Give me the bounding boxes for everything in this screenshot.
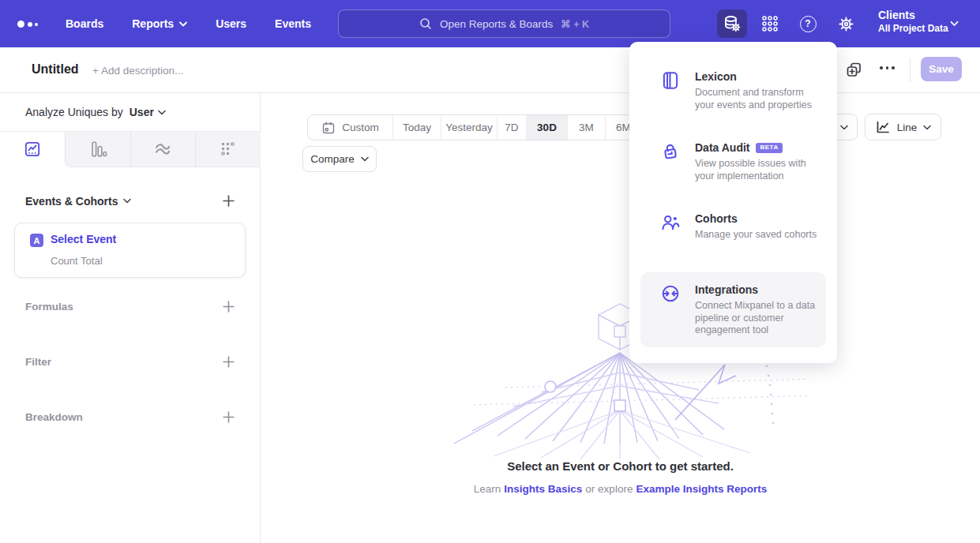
primary-nav: Boards Reports Users Events (66, 0, 311, 47)
add-event-button[interactable] (222, 194, 235, 208)
save-button[interactable]: Save (921, 57, 962, 81)
date-range-7d[interactable]: 7D (497, 115, 526, 140)
settings-button[interactable] (831, 9, 861, 38)
header-divider (910, 58, 911, 82)
project-switcher[interactable]: Clients All Project Data (878, 8, 948, 35)
date-range-3m[interactable]: 3M (567, 115, 605, 140)
chevron-down-icon (361, 156, 369, 162)
menu-item-data-audit[interactable]: Data Audit BETA View possible issues wit… (640, 130, 826, 201)
bar-chart-tab-icon (88, 140, 107, 159)
flows-tab-icon (153, 140, 172, 159)
org-name: Clients (878, 8, 948, 22)
mixpanel-insights-app: Boards Reports Users Events Open Reports… (0, 0, 980, 543)
add-filter-button[interactable] (222, 355, 235, 369)
subtitle-prefix: Learn (474, 483, 501, 495)
help-button[interactable]: ? (793, 9, 823, 38)
menu-item-lexicon[interactable]: Lexicon Document and transform your even… (640, 59, 826, 130)
add-description-field[interactable]: + Add description... (92, 65, 183, 77)
empty-state-title: Select an Event or Cohort to get started… (261, 459, 980, 473)
search-icon (419, 17, 432, 30)
query-builder-sidebar: Analyze Uniques by User (0, 93, 261, 543)
duplicate-button[interactable] (845, 61, 863, 79)
cohorts-people-icon (660, 212, 681, 262)
add-breakdown-button[interactable] (222, 410, 235, 424)
analyze-value-dropdown[interactable]: User (130, 106, 154, 118)
nav-boards[interactable]: Boards (66, 17, 103, 30)
mixpanel-logo-icon[interactable] (17, 17, 41, 31)
subtitle-middle: or explore (585, 483, 633, 495)
lexicon-icon (660, 69, 681, 120)
retention-tab-icon (219, 140, 238, 159)
select-event-label: Select Event (51, 233, 116, 245)
top-navigation-bar: Boards Reports Users Events Open Reports… (0, 0, 980, 47)
nav-events[interactable]: Events (275, 17, 311, 30)
insights-basics-link[interactable]: Insights Basics (504, 483, 582, 495)
calendar-icon (321, 121, 336, 135)
global-search-input[interactable]: Open Reports & Boards ⌘ + K (338, 9, 670, 38)
date-range-yesterday[interactable]: Yesterday (441, 115, 497, 140)
date-range-today[interactable]: Today (392, 115, 441, 140)
date-range-30d[interactable]: 30D (526, 115, 567, 140)
data-audit-lock-icon (660, 140, 681, 191)
filter-label: Filter (25, 356, 51, 368)
tab-flows[interactable] (130, 132, 196, 167)
data-management-button[interactable] (717, 9, 747, 38)
select-event-card[interactable]: A Select Event Count Total (14, 223, 246, 278)
chevron-down-icon (158, 110, 166, 115)
report-title[interactable]: Untitled (32, 62, 79, 77)
visualization-tabs (0, 132, 261, 167)
filter-section: Filter (25, 355, 235, 369)
more-options-button[interactable] (880, 66, 895, 69)
events-cohorts-header: Events & Cohorts (25, 194, 235, 208)
menu-item-integrations[interactable]: Integrations Connect Mixpanel to a data … (640, 272, 826, 347)
help-icon: ? (800, 16, 817, 32)
chevron-down-icon (179, 21, 187, 27)
tab-retention[interactable] (195, 132, 261, 167)
nav-reports[interactable]: Reports (132, 17, 187, 30)
nav-users[interactable]: Users (216, 17, 246, 30)
beta-badge: BETA (756, 143, 782, 153)
project-name: All Project Data (878, 22, 948, 35)
tab-bar-chart[interactable] (65, 132, 130, 167)
copy-icon (845, 61, 863, 79)
events-cohorts-label[interactable]: Events & Cohorts (25, 195, 118, 208)
data-management-menu: Lexicon Document and transform your even… (629, 42, 837, 363)
apps-grid-button[interactable] (755, 9, 785, 38)
event-series-badge: A (30, 234, 43, 247)
formulas-label: Formulas (25, 301, 73, 313)
line-chart-icon (875, 119, 891, 135)
compare-button[interactable]: Compare (302, 146, 377, 172)
date-range-custom[interactable]: Custom (308, 115, 392, 140)
apps-grid-icon (760, 14, 779, 33)
analyze-label: Analyze Uniques by (25, 106, 123, 118)
chevron-down-icon (923, 125, 931, 130)
search-shortcut: ⌘ + K (561, 18, 589, 30)
chevron-down-icon (950, 21, 959, 27)
database-gear-icon (723, 14, 742, 33)
formulas-section: Formulas (25, 300, 235, 313)
add-formula-button[interactable] (222, 300, 235, 313)
tab-insights[interactable] (0, 132, 65, 167)
line-chart-tab-icon (24, 140, 41, 158)
chevron-down-icon[interactable] (123, 198, 131, 204)
chevron-down-icon (840, 125, 848, 130)
breakdown-section: Breakdown (25, 410, 235, 424)
breakdown-label: Breakdown (25, 411, 83, 423)
date-range-control: Custom Today Yesterday 7D 30D 3M 6M (307, 114, 642, 140)
menu-item-cohorts[interactable]: Cohorts Manage your saved cohorts (640, 201, 826, 272)
example-reports-link[interactable]: Example Insights Reports (636, 483, 767, 495)
analyze-by-row: Analyze Uniques by User (0, 93, 261, 132)
integrations-sync-icon (660, 283, 681, 337)
chart-type-dropdown[interactable]: Line (865, 114, 941, 140)
count-total-label[interactable]: Count Total (51, 255, 103, 267)
search-placeholder: Open Reports & Boards (440, 18, 553, 30)
gear-icon (837, 15, 855, 33)
empty-state-subtitle: LearnInsights Basicsor exploreExample In… (261, 483, 980, 495)
